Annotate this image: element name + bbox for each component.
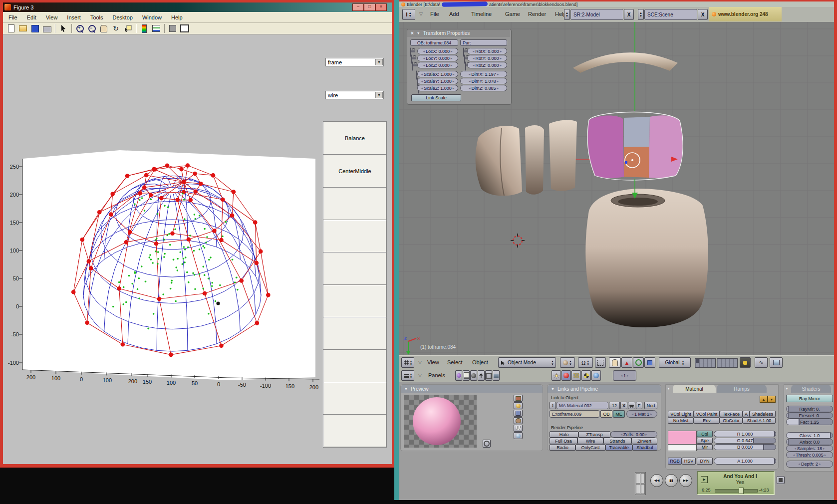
ob-name-field[interactable]: OB: totframe.084 xyxy=(410,39,458,46)
side-button-empty[interactable] xyxy=(323,414,387,448)
header-collapse-icon[interactable]: ▽ xyxy=(419,11,423,16)
scene-stepper[interactable]: ▲▼ xyxy=(638,9,644,20)
menu-add[interactable]: Add xyxy=(449,11,459,17)
fac-slider[interactable]: Fac: 1.25 xyxy=(786,419,833,425)
me-button[interactable]: ME xyxy=(613,410,625,418)
material-name-field[interactable]: MA:Material.002 xyxy=(557,402,608,409)
preview-panel-header[interactable]: ▼ Preview xyxy=(401,385,543,393)
scalex-field[interactable]: ◂ScaleX: 1.000▸ xyxy=(417,71,458,77)
shadeless-button[interactable]: Shadeless xyxy=(750,411,776,417)
world-subcontext-button[interactable] xyxy=(591,370,601,381)
ob-button[interactable]: OB xyxy=(600,410,612,418)
obcolor-button[interactable]: ObColor xyxy=(720,417,743,424)
shadbuf-button[interactable]: Shadbuf xyxy=(632,444,657,451)
object-left-block-2[interactable] xyxy=(525,125,544,195)
zoffs-field[interactable]: ◂Zoffs: 0.00▸ xyxy=(610,431,657,438)
locy-field[interactable]: ◂LocY: 0.000▸ xyxy=(417,55,458,61)
side-button-empty[interactable] xyxy=(323,252,387,285)
diffuse-color-swatch[interactable] xyxy=(668,431,697,445)
fast-forward-button[interactable]: ▶▶ xyxy=(679,474,692,487)
menu-tools[interactable]: Tools xyxy=(90,14,103,20)
wire-dropdown[interactable]: wire ▼ xyxy=(325,91,384,99)
object-container[interactable] xyxy=(585,189,708,327)
traceable-button[interactable]: Traceable xyxy=(605,444,632,451)
radiosity-subcontext-button[interactable] xyxy=(581,370,591,381)
locx-field[interactable]: ◂LocX: 0.000▸ xyxy=(417,48,458,54)
dimy-field[interactable]: ◂DimY: 1.078▸ xyxy=(460,78,507,84)
matlab-titlebar[interactable]: Figure 3 – □ × xyxy=(3,2,392,12)
texface-button[interactable]: TexFace xyxy=(720,411,743,417)
proportional-edit-button[interactable]: Ω ▲▼ xyxy=(578,357,593,368)
zinvert-button[interactable]: ZInvert xyxy=(631,438,657,444)
screen-close-button[interactable]: X xyxy=(624,9,634,20)
dyn-button[interactable]: DYN xyxy=(697,458,713,465)
snap-target-button[interactable] xyxy=(595,357,606,368)
nodes-button[interactable]: Nod xyxy=(644,402,657,409)
material-subcontext-button[interactable] xyxy=(561,370,571,381)
lamp-subcontext-button[interactable] xyxy=(552,370,561,381)
samples-field[interactable]: ◂Samples: 18▸ xyxy=(786,445,833,452)
zoom-out-icon[interactable]: − xyxy=(87,24,97,33)
halo-button[interactable]: Halo xyxy=(550,431,578,438)
new-figure-icon[interactable] xyxy=(6,24,16,33)
menu-game[interactable]: Game xyxy=(505,11,520,17)
header-collapse-icon[interactable]: ▽ xyxy=(418,373,422,378)
tab-shaders[interactable]: Shaders xyxy=(791,385,831,393)
balance-button[interactable]: Balance xyxy=(323,121,387,155)
vcol-paint-button[interactable]: VCol Paint xyxy=(694,411,720,417)
menu-file[interactable]: File xyxy=(8,14,17,20)
a-button[interactable]: A xyxy=(743,411,750,417)
spe-button[interactable]: Spe xyxy=(697,438,713,444)
menu-window[interactable]: Window xyxy=(142,14,162,20)
object-selected-multicolor-block[interactable] xyxy=(587,112,683,181)
mesh-name-field[interactable]: E:totframe.809 xyxy=(550,410,599,418)
viewport-menu-select[interactable]: Select xyxy=(447,359,463,365)
frame-dropdown[interactable]: frame ▼ xyxy=(325,58,384,66)
lock-icon[interactable] xyxy=(465,61,466,71)
chevron-down-icon[interactable]: ▼ xyxy=(375,59,383,65)
collapse-icon[interactable]: ▼ xyxy=(417,31,420,35)
menu-file[interactable]: File xyxy=(430,11,439,17)
object-thin-slab[interactable] xyxy=(549,120,577,191)
preview-sphere-button[interactable] xyxy=(514,402,523,409)
mini-button[interactable] xyxy=(641,473,645,484)
rgb-button[interactable]: RGB xyxy=(668,458,682,465)
aniso-slider[interactable]: Aniso: 0.0 xyxy=(786,439,833,445)
g-slider[interactable]: G 0.647 xyxy=(714,438,776,444)
draw-type-dropdown[interactable]: ▲▼ xyxy=(560,357,575,368)
object-arc-slab[interactable] xyxy=(573,52,678,73)
mini-button[interactable] xyxy=(636,484,640,495)
print-icon[interactable] xyxy=(42,24,52,33)
material-slot-field[interactable]: ◂1 Mat 1▸ xyxy=(626,410,657,418)
preview-monkey-button[interactable] xyxy=(514,417,523,424)
chevron-down-icon[interactable]: ▼ xyxy=(375,92,383,98)
move-down-button[interactable]: ▼ xyxy=(768,396,776,403)
screen-selector[interactable]: SR:2-Model xyxy=(570,9,623,20)
collapse-icon[interactable]: ▼ xyxy=(667,387,670,390)
play-icon[interactable]: ▶ xyxy=(701,476,708,483)
move-up-button[interactable]: ▲ xyxy=(760,396,768,403)
insert-colorbar-icon[interactable] xyxy=(139,24,149,33)
menu-desktop[interactable]: Desktop xyxy=(113,14,133,20)
scene-context-button[interactable] xyxy=(493,370,500,381)
parent-field[interactable]: Par: xyxy=(460,39,507,46)
preview-hair-button[interactable] xyxy=(514,425,523,432)
render-preview-button[interactable] xyxy=(770,357,783,368)
centermiddle-button[interactable]: CenterMiddle xyxy=(323,154,387,188)
links-panel-header[interactable]: ▼ Links and Pipeline xyxy=(548,385,661,393)
r-slider[interactable]: R 1.000 xyxy=(714,431,776,437)
material-unlink-button[interactable]: X xyxy=(620,402,627,409)
object-left-block[interactable] xyxy=(476,126,522,196)
snap-magnet-button[interactable]: ∿ xyxy=(755,357,768,368)
side-button-empty[interactable] xyxy=(323,349,387,383)
menu-render[interactable]: Render xyxy=(528,11,546,17)
ztransp-button[interactable]: ZTransp xyxy=(578,431,610,438)
player-extra-button[interactable] xyxy=(777,476,785,484)
maximize-button[interactable]: □ xyxy=(364,3,375,11)
pan-hand-icon[interactable] xyxy=(99,24,109,33)
scene-close-button[interactable]: X xyxy=(698,9,708,20)
pointer-icon[interactable] xyxy=(58,24,68,33)
scaley-field[interactable]: ◂ScaleY: 1.000▸ xyxy=(417,78,458,84)
scalez-field[interactable]: ◂ScaleZ: 1.000▸ xyxy=(417,85,458,91)
data-cursor-icon[interactable] xyxy=(123,24,133,33)
